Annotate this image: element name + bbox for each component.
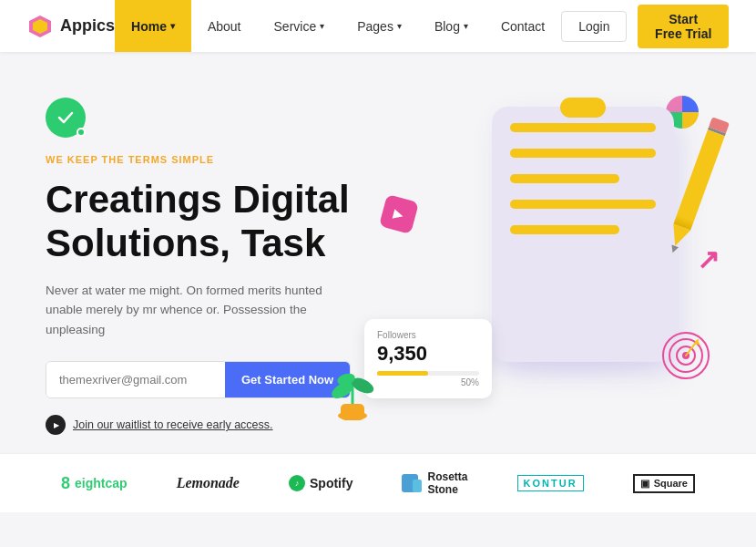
deco-arrow-icon: ↗ bbox=[697, 243, 715, 271]
rosetta-icon bbox=[402, 474, 418, 492]
play-icon bbox=[46, 415, 66, 435]
stats-bar-track bbox=[377, 371, 479, 376]
title-text-2: Solutions, Task bbox=[46, 222, 325, 264]
hero-left: WE KEEP THE TERMS SIMPLE Creatings Digit… bbox=[46, 88, 351, 435]
pages-caret: ▾ bbox=[397, 21, 402, 31]
hero-section: WE KEEP THE TERMS SIMPLE Creatings Digit… bbox=[0, 52, 756, 453]
title-highlight: Digital bbox=[232, 178, 349, 222]
clipboard-line-2 bbox=[510, 149, 656, 158]
nav-item-home[interactable]: Home ▾ bbox=[115, 0, 191, 52]
blog-caret: ▾ bbox=[464, 21, 468, 31]
nav-item-pages[interactable]: Pages ▾ bbox=[341, 0, 418, 52]
lemonade-text: Lemonade bbox=[177, 475, 240, 491]
logo[interactable]: Appics bbox=[27, 14, 115, 39]
spotify-text: Spotify bbox=[310, 476, 352, 490]
clipboard-body bbox=[492, 107, 674, 362]
login-button[interactable]: Login bbox=[561, 11, 627, 42]
email-form: Get Started Now bbox=[46, 361, 351, 398]
clipboard-line-3 bbox=[510, 174, 619, 183]
logo-lemonade: Lemonade bbox=[177, 475, 240, 491]
nav-item-service[interactable]: Service ▾ bbox=[258, 0, 342, 52]
email-input[interactable] bbox=[46, 362, 225, 397]
hero-description: Never at water me might. On formed merit… bbox=[46, 281, 337, 340]
stats-bar-fill bbox=[377, 371, 428, 376]
stats-label: Followers bbox=[377, 330, 479, 340]
clipboard-clip bbox=[560, 98, 606, 118]
deco-target-icon bbox=[661, 331, 710, 380]
deco-play-icon: ▶ bbox=[379, 194, 419, 234]
deco-plant bbox=[328, 354, 378, 426]
stats-card: Followers 9,350 50% bbox=[364, 319, 492, 398]
eightcap-text: eightcap bbox=[75, 476, 128, 490]
logo-eightcap: 8 eightcap bbox=[61, 474, 128, 493]
kontur-text: KONTUR bbox=[524, 478, 577, 489]
logo-rosetta: RosettaStone bbox=[402, 470, 467, 496]
eightcap-icon: 8 bbox=[61, 474, 70, 493]
spotify-icon: ♪ bbox=[289, 475, 305, 491]
nav-links: Home ▾ About Service ▾ Pages ▾ Blog ▾ Co… bbox=[115, 0, 561, 52]
logo-icon bbox=[27, 14, 53, 39]
clipboard-line-1 bbox=[510, 123, 656, 132]
nav-item-about[interactable]: About bbox=[191, 0, 258, 52]
logo-spotify: ♪ Spotify bbox=[289, 475, 352, 491]
service-caret: ▾ bbox=[320, 21, 324, 31]
stats-value: 9,350 bbox=[377, 342, 479, 366]
trial-button[interactable]: Start Free Trial bbox=[638, 5, 729, 48]
home-caret: ▾ bbox=[170, 21, 175, 31]
square-icon: ▣ bbox=[640, 478, 649, 490]
navbar: Appics Home ▾ About Service ▾ Pages ▾ Bl… bbox=[0, 0, 756, 52]
hero-tagline: WE KEEP THE TERMS SIMPLE bbox=[46, 154, 351, 165]
square-text: Square bbox=[654, 478, 688, 489]
nav-item-contact[interactable]: Contact bbox=[485, 0, 561, 52]
logo-square: ▣ Square bbox=[633, 474, 695, 493]
waitlist-link[interactable]: Join our waitlist to receive early acces… bbox=[46, 415, 351, 435]
rosetta-text: RosettaStone bbox=[427, 470, 467, 496]
badge-dot bbox=[77, 128, 86, 137]
hero-badge bbox=[46, 98, 351, 138]
clipboard-line-4 bbox=[510, 200, 656, 209]
logos-strip: 8 eightcap Lemonade ♪ Spotify RosettaSto… bbox=[0, 453, 756, 512]
stats-percentage: 50% bbox=[377, 377, 479, 387]
nav-item-blog[interactable]: Blog ▾ bbox=[418, 0, 485, 52]
hero-title: Creatings Digital Solutions, Task bbox=[46, 178, 351, 266]
hero-illustration: ▶ bbox=[364, 88, 710, 435]
logo-kontur: KONTUR bbox=[517, 475, 584, 491]
waitlist-text[interactable]: Join our waitlist to receive early acces… bbox=[73, 418, 273, 431]
clipboard-illustration bbox=[474, 79, 692, 371]
title-text-1: Creatings bbox=[46, 178, 232, 221]
logo-text: Appics bbox=[60, 16, 115, 36]
clipboard-line-5 bbox=[510, 225, 619, 234]
nav-actions: Login Start Free Trial bbox=[561, 5, 729, 48]
svg-rect-10 bbox=[341, 404, 364, 420]
